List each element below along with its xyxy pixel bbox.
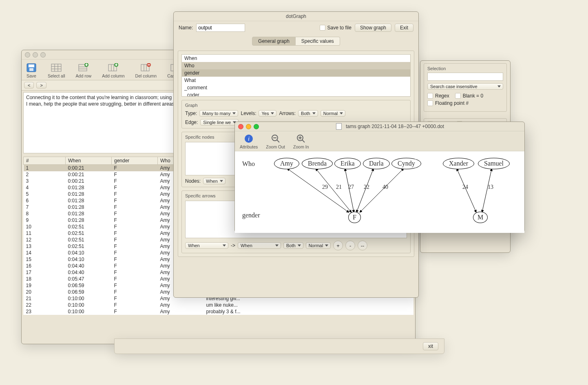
table-row[interactable]: 220:10:00FAmyum like nuke... — [24, 302, 413, 308]
field-list[interactable]: WhenWhogenderWhat_comment_coder — [181, 54, 411, 97]
tab-specific-values[interactable]: Specific values — [296, 37, 340, 46]
type-label: Type: — [185, 111, 197, 116]
search-mode-select[interactable]: Search case insensitive — [427, 83, 503, 90]
cell-gender: F — [112, 276, 158, 282]
svg-rect-2 — [29, 68, 33, 71]
field-list-item[interactable]: gender — [182, 69, 410, 77]
zoom-icon[interactable] — [40, 52, 46, 58]
dotgraph-title: dotGraph — [177, 13, 415, 19]
arrows-select-2[interactable]: Normal — [321, 110, 345, 117]
node-samuel[interactable]: Samuel — [478, 158, 510, 169]
field-list-item[interactable]: _coder — [182, 91, 410, 97]
cell-gender: F — [112, 210, 158, 217]
arrow-remove-button[interactable]: - — [345, 241, 355, 250]
cell-gender: F — [112, 269, 158, 276]
levels-select[interactable]: Yes — [259, 110, 276, 117]
arrow-symbol: -> — [231, 243, 235, 248]
node-m[interactable]: M — [473, 212, 488, 223]
zoom-icon[interactable] — [254, 124, 259, 129]
type-select[interactable]: Many to many — [199, 110, 238, 117]
save-to-file-checkbox[interactable]: Save to file — [320, 25, 351, 31]
blank0-label: Blank = 0 — [463, 93, 483, 99]
name-label: Name: — [179, 25, 193, 31]
field-list-item[interactable]: _comment — [182, 84, 410, 91]
node-darla[interactable]: Darla — [363, 158, 390, 169]
cell-gender: F — [112, 184, 158, 191]
arrow-style-select[interactable]: Normal — [306, 242, 331, 249]
arrows-label: Arrows: — [279, 111, 296, 116]
node-amy[interactable]: Amy — [274, 158, 299, 169]
cell-gender: F — [112, 289, 158, 295]
zoom-out-button[interactable]: Zoom Out — [266, 134, 285, 149]
zoom-in-button[interactable]: Zoom In — [293, 134, 309, 149]
svg-line-37 — [302, 140, 305, 142]
cell-gender: F — [112, 282, 158, 289]
col-header-gender[interactable]: gender — [112, 157, 158, 165]
cell-gender: F — [112, 243, 158, 250]
dotgraph-titlebar[interactable]: dotGraph — [174, 12, 418, 21]
arrow-to-select[interactable]: When — [238, 242, 281, 249]
cell-who: Amy — [158, 302, 204, 308]
graph-titlebar[interactable]: tams graph 2021-11-04 18--20--47 +0000.d… — [235, 122, 524, 131]
regex-checkbox[interactable]: Regex — [427, 93, 449, 99]
add-column-button[interactable]: Add column — [102, 63, 124, 78]
field-list-item[interactable]: When — [182, 55, 410, 62]
cell-when: 0:01:28 — [66, 204, 112, 210]
cell-idx: 11 — [24, 230, 66, 237]
node-cyndy[interactable]: Cyndy — [391, 158, 421, 169]
show-graph-button[interactable]: Show graph — [355, 24, 391, 32]
field-list-item[interactable]: Who — [182, 62, 410, 69]
field-list-item[interactable]: What — [182, 77, 410, 84]
nodes-label: Nodes: — [185, 178, 201, 184]
cell-gender: F — [112, 178, 158, 184]
blank0-checkbox[interactable]: Blank = 0 — [455, 93, 483, 99]
nodes-select[interactable]: When — [203, 178, 225, 184]
cell-idx: 4 — [24, 184, 66, 191]
cell-gender: F — [112, 204, 158, 210]
node-erika[interactable]: Erika — [334, 158, 361, 169]
minimize-icon[interactable] — [33, 52, 38, 58]
add-row-label: Add row — [76, 73, 92, 78]
node-f[interactable]: F — [348, 212, 361, 223]
col-header-when[interactable]: When — [66, 157, 112, 165]
cell-idx: 12 — [24, 237, 66, 243]
selection-search-input[interactable] — [427, 73, 503, 81]
select-all-button[interactable]: Select all — [48, 63, 65, 78]
table-row[interactable]: 230:10:00FAmyprobably 3 & f... — [24, 308, 413, 315]
cell-when: 0:01:28 — [66, 210, 112, 217]
prev-button[interactable]: < — [24, 82, 34, 89]
col-header-idx[interactable]: # — [24, 157, 66, 165]
cell-gender: F — [112, 171, 158, 178]
add-row-button[interactable]: Add row — [76, 63, 92, 78]
minimize-icon[interactable] — [246, 124, 251, 129]
arrow-dir-select[interactable]: Both — [283, 242, 303, 249]
cell-when: 0:04:10 — [66, 250, 112, 256]
arrow-add-button[interactable]: + — [333, 241, 343, 250]
tab-general-graph[interactable]: General graph — [252, 37, 296, 46]
cell-gender: F — [112, 230, 158, 237]
cell-idx: 8 — [24, 210, 66, 217]
edge-select[interactable]: Single line we — [200, 119, 239, 126]
node-xander[interactable]: Xander — [443, 158, 474, 169]
svg-line-34 — [277, 140, 279, 142]
float-checkbox[interactable]: Floating point # — [427, 100, 469, 106]
cell-idx: 2 — [24, 171, 66, 178]
arrows-select-1[interactable]: Both — [298, 110, 318, 117]
close-icon[interactable] — [25, 52, 30, 58]
name-input[interactable] — [196, 24, 245, 32]
cell-when: 0:02:51 — [66, 230, 112, 237]
del-column-button[interactable]: Del column — [135, 63, 157, 78]
exit-button-bg[interactable]: xit — [423, 342, 438, 350]
next-button[interactable]: > — [36, 82, 46, 89]
node-brenda[interactable]: Brenda — [302, 158, 333, 169]
select-all-label: Select all — [48, 73, 65, 78]
cell-when: 0:00:21 — [66, 171, 112, 178]
exit-button[interactable]: Exit — [395, 24, 413, 32]
arrow-from-select[interactable]: When — [185, 242, 228, 249]
graph-canvas[interactable]: Who gender Amy Brenda Erika Darla Cyndy … — [235, 151, 524, 233]
save-button[interactable]: Save — [26, 63, 37, 78]
arrow-remove-all-button[interactable]: -- — [358, 241, 367, 250]
cell-when: 0:00:21 — [66, 178, 112, 184]
close-icon[interactable] — [238, 124, 243, 129]
attributes-button[interactable]: i Attributes — [240, 134, 258, 149]
